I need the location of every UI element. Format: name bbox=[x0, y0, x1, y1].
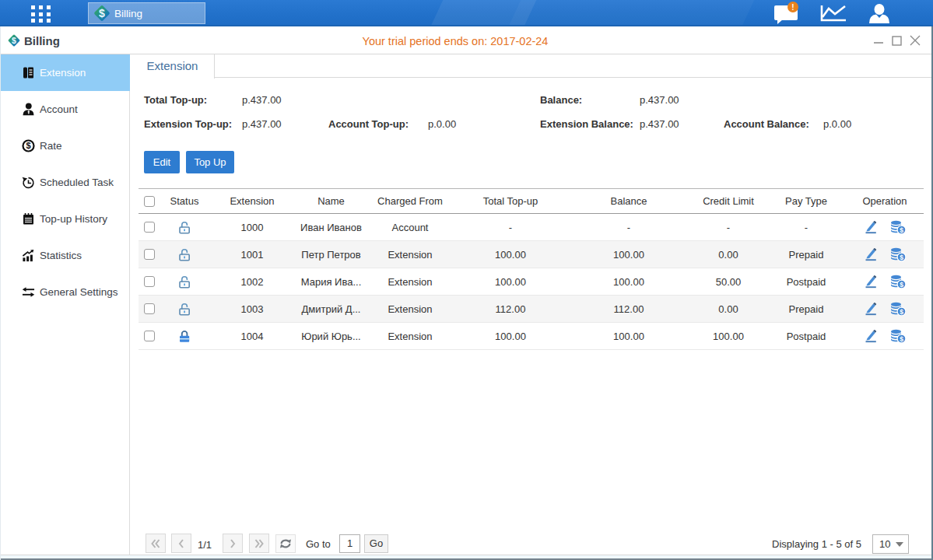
svg-text:$: $ bbox=[900, 254, 903, 261]
svg-text:$: $ bbox=[99, 7, 105, 19]
svg-text:$: $ bbox=[900, 226, 903, 234]
svg-text:$: $ bbox=[900, 308, 903, 316]
svg-text:$: $ bbox=[900, 335, 903, 343]
svg-text:$: $ bbox=[26, 141, 30, 150]
svg-text:$: $ bbox=[900, 281, 903, 289]
svg-text:!: ! bbox=[791, 3, 794, 12]
